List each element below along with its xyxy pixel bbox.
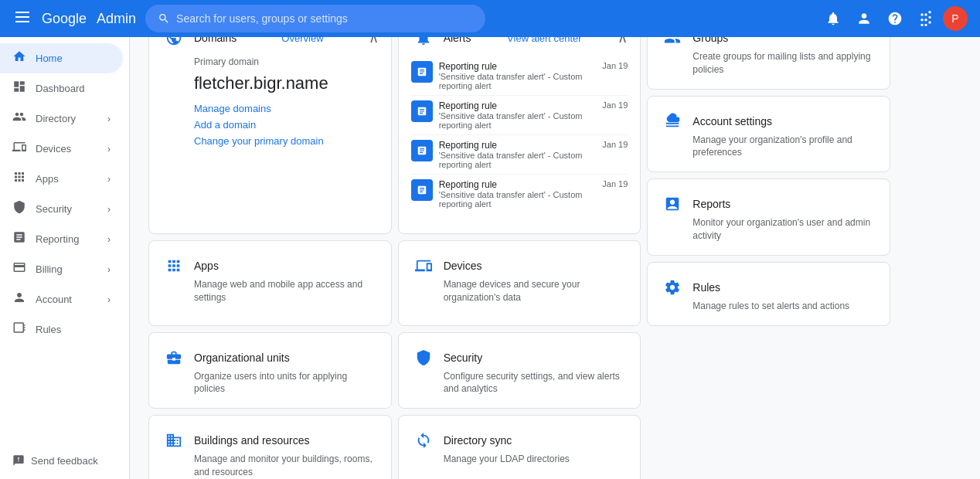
directory-sync-card[interactable]: Directory sync Manage your LDAP director… [398,415,641,479]
alert-content-4: Reporting rule 'Sensitive data transfer … [439,179,597,209]
security-card-title: Security [444,352,483,364]
sidebar-item-directory[interactable]: Directory › [0,104,123,134]
add-domain-link[interactable]: Add a domain [194,119,379,131]
security-card[interactable]: Security Configure security settings, an… [398,332,641,409]
sidebar: Home Dashboard Directory › Devices › App… [0,37,130,479]
reporting-icon [12,230,26,248]
security-card-icon [411,345,436,370]
apps-card-title: Apps [194,260,219,272]
reports-card[interactable]: Reports Monitor your organization's user… [647,178,890,256]
directory-sync-desc: Manage your LDAP directories [444,453,628,466]
alert-date-3: Jan 19 [602,140,628,149]
sidebar-item-account[interactable]: Account › [0,284,123,314]
primary-domain-label: Primary domain [194,56,379,67]
rules-icon [12,321,26,338]
rules-gear-icon [660,275,685,300]
sidebar-label-billing: Billing [36,263,63,275]
alert-item[interactable]: Reporting rule 'Sensitive data transfer … [411,175,628,213]
manage-domains-link[interactable]: Manage domains [194,103,379,114]
domains-content: Primary domain fletcher.bigr.name Manage… [162,56,379,147]
sidebar-item-security[interactable]: Security › [0,194,123,224]
alert-title-1: Reporting rule [439,61,597,72]
sidebar-label-dashboard: Dashboard [36,83,85,94]
alert-date-4: Jan 19 [602,179,628,189]
alerts-card[interactable]: Alerts View alert center ∧ Reporting rul… [398,12,641,234]
domain-name: fletcher.bigr.name [194,73,379,93]
rules-card[interactable]: Rules Manage rules to set alerts and act… [647,262,890,326]
org-units-desc: Organize users into units for applying p… [194,370,379,396]
devices-card[interactable]: Devices Manage devices and secure your o… [398,240,641,325]
alert-item[interactable]: Reporting rule 'Sensitive data transfer … [411,56,628,96]
account-settings-title: Account settings [692,115,772,127]
menu-icon[interactable] [12,7,32,31]
alert-content-1: Reporting rule 'Sensitive data transfer … [439,61,597,90]
alert-sub-2: 'Sensitive data transfer alert' - Custom… [439,111,597,130]
feedback-icon [12,454,25,467]
org-units-title-row: Organizational units [162,345,379,370]
alert-date-2: Jan 19 [602,100,628,110]
org-units-icon [162,345,186,370]
svg-rect-0 [15,12,29,13]
sidebar-label-devices: Devices [36,143,71,155]
alert-content-2: Reporting rule 'Sensitive data transfer … [439,100,597,130]
app-logo: Google Admin [42,11,136,27]
sidebar-item-reporting[interactable]: Reporting › [0,224,123,254]
directory-icon [12,110,26,127]
alert-sub-1: 'Sensitive data transfer alert' - Custom… [439,72,597,90]
help-icon[interactable] [881,5,909,32]
groups-desc: Create groups for mailing lists and appl… [692,50,877,76]
sidebar-label-account: Account [36,294,72,305]
topnav: Google Admin P [0,0,980,37]
directory-sync-icon [411,428,436,453]
alert-report-icon-2 [411,100,433,122]
main-content: Domains Overview ∧ Primary domain fletch… [130,0,980,479]
sidebar-item-rules[interactable]: Rules [0,314,123,345]
sidebar-item-home[interactable]: Home [0,43,123,73]
account-settings-card[interactable]: Account settings Manage your organizatio… [647,96,890,173]
chevron-down-icon-7: › [107,294,111,305]
devices-card-title: Devices [444,260,482,272]
sidebar-item-devices[interactable]: Devices › [0,134,123,164]
reports-title-row: Reports [660,192,877,216]
account-icon [12,290,26,308]
alert-title-2: Reporting rule [439,100,597,111]
alert-item[interactable]: Reporting rule 'Sensitive data transfer … [411,96,628,135]
buildings-card[interactable]: Buildings and resources Manage and monit… [148,415,392,479]
send-feedback-label: Send feedback [31,455,98,467]
sidebar-item-apps[interactable]: Apps › [0,164,123,194]
apps-icon [12,170,26,188]
chevron-down-icon-4: › [107,204,111,215]
search-bar[interactable] [145,5,485,32]
alert-report-icon-3 [411,140,433,161]
sidebar-label-rules: Rules [36,324,61,335]
change-primary-link[interactable]: Change your primary domain [194,135,379,147]
alert-sub-4: 'Sensitive data transfer alert' - Custom… [439,190,597,209]
sidebar-item-dashboard[interactable]: Dashboard [0,73,123,104]
apps-card[interactable]: Apps Manage web and mobile app access an… [148,240,392,325]
apps-grid-icon[interactable] [912,5,940,32]
alerts-list: Reporting rule 'Sensitive data transfer … [411,56,628,213]
account-settings-icon [660,109,685,134]
devices-card-icon [411,253,436,278]
security-card-desc: Configure security settings, and view al… [444,370,628,396]
rules-title-row: Rules [660,275,877,300]
svg-rect-1 [15,16,29,18]
dashboard-icon [12,80,26,97]
alert-sub-3: 'Sensitive data transfer alert' - Custom… [439,151,597,169]
contacts-icon[interactable] [850,5,878,32]
search-input[interactable] [176,12,473,25]
buildings-desc: Manage and monitor your buildings, rooms… [194,453,379,479]
sidebar-item-billing[interactable]: Billing › [0,254,123,284]
chevron-down-icon-6: › [107,264,111,275]
apps-card-desc: Manage web and mobile app access and set… [194,278,379,304]
rules-desc: Manage rules to set alerts and actions [692,300,877,313]
alert-item[interactable]: Reporting rule 'Sensitive data transfer … [411,135,628,175]
domains-card[interactable]: Domains Overview ∧ Primary domain fletch… [148,12,392,234]
alert-title-4: Reporting rule [439,179,597,190]
directory-sync-title-row: Directory sync [411,428,628,453]
org-units-card[interactable]: Organizational units Organize users into… [148,332,392,409]
notifications-icon[interactable] [819,5,847,32]
avatar[interactable]: P [943,6,968,31]
right-column: Groups Create groups for mailing lists a… [647,12,890,326]
send-feedback[interactable]: Send feedback [12,454,98,467]
